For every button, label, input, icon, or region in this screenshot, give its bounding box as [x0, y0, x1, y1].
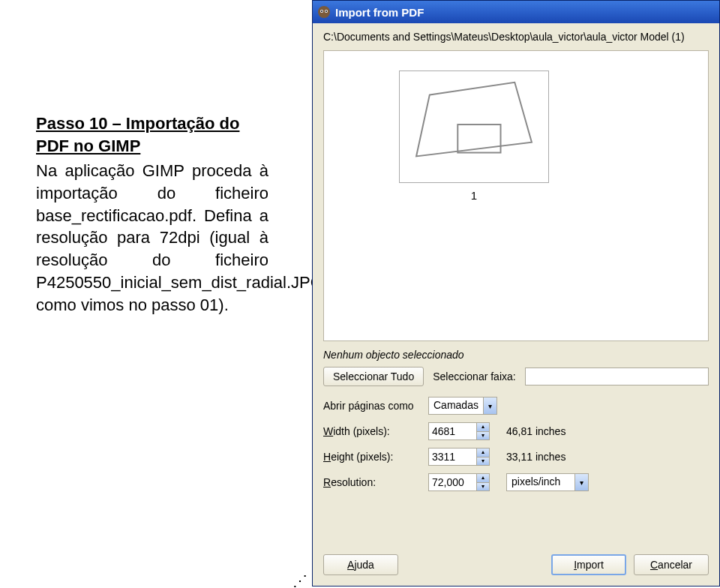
resolution-input[interactable] — [428, 473, 476, 491]
width-input[interactable] — [428, 422, 476, 440]
help-button[interactable]: Ajuda — [323, 554, 398, 575]
dialog-body: C:\Documents and Settings\Mateus\Desktop… — [313, 23, 719, 586]
page-preview-area[interactable]: 1 — [323, 50, 709, 341]
page-number-label: 1 — [399, 189, 549, 202]
select-range-label: Seleccionar faixa: — [433, 370, 516, 382]
spin-up-icon[interactable]: ▴ — [477, 448, 489, 458]
svg-point-0 — [318, 6, 330, 18]
select-all-button[interactable]: Seleccionar Tudo — [323, 367, 424, 386]
dialog-buttons: Ajuda Import Cancelar — [323, 539, 709, 575]
width-inches: 46,81 inches — [506, 425, 566, 437]
open-pages-value: Camadas — [429, 398, 483, 414]
resolution-unit-combo[interactable]: pixels/inch ▾ — [506, 473, 589, 491]
svg-marker-5 — [416, 82, 532, 157]
height-input[interactable] — [428, 448, 476, 466]
selection-status: Nenhum objecto seleccionado — [323, 349, 709, 361]
chevron-down-icon[interactable]: ▾ — [483, 398, 496, 414]
spin-up-icon[interactable]: ▴ — [477, 423, 489, 432]
spin-down-icon[interactable]: ▾ — [477, 483, 489, 491]
import-pdf-dialog: Import from PDF C:\Documents and Setting… — [312, 0, 720, 586]
svg-point-4 — [326, 10, 327, 12]
spin-up-icon[interactable]: ▴ — [477, 474, 489, 483]
spin-down-icon[interactable]: ▾ — [477, 432, 489, 440]
page-thumbnail[interactable] — [399, 70, 549, 183]
width-label: Width (pixels): — [323, 425, 421, 437]
gimp-icon — [317, 5, 331, 19]
step-body: Na aplicação GIMP proceda à importação d… — [36, 160, 268, 316]
open-pages-label: Abrir páginas como — [323, 400, 421, 412]
resolution-row: Resolution: ▴ ▾ pixels/inch ▾ — [323, 473, 709, 491]
chevron-down-icon[interactable]: ▾ — [574, 474, 588, 490]
step-title: Passo 10 – Importação do PDF no GIMP — [36, 114, 239, 155]
selection-row: Seleccionar Tudo Seleccionar faixa: — [323, 367, 709, 386]
titlebar[interactable]: Import from PDF — [313, 1, 719, 23]
height-label: Height (pixels): — [323, 451, 421, 463]
spin-down-icon[interactable]: ▾ — [477, 458, 489, 466]
dialog-title: Import from PDF — [335, 6, 424, 19]
open-pages-row: Abrir páginas como Camadas ▾ — [323, 397, 709, 415]
resolution-label: Resolution: — [323, 476, 421, 488]
svg-point-3 — [321, 10, 322, 12]
import-button[interactable]: Import — [551, 554, 626, 575]
open-pages-combo[interactable]: Camadas ▾ — [428, 397, 497, 415]
width-spin[interactable]: ▴ ▾ — [428, 422, 490, 440]
height-inches: 33,11 inches — [506, 451, 566, 463]
file-path: C:\Documents and Settings\Mateus\Desktop… — [323, 31, 709, 43]
resolution-unit-value: pixels/inch — [507, 474, 574, 490]
instructions-panel: Passo 10 – Importação do PDF no GIMP Na … — [36, 112, 268, 316]
height-spin[interactable]: ▴ ▾ — [428, 448, 490, 466]
width-row: Width (pixels): ▴ ▾ 46,81 inches — [323, 422, 709, 440]
cancel-button[interactable]: Cancelar — [634, 554, 709, 575]
select-range-input[interactable] — [525, 368, 709, 386]
height-row: Height (pixels): ▴ ▾ 33,11 inches — [323, 448, 709, 466]
resolution-spin[interactable]: ▴ ▾ — [428, 473, 490, 491]
